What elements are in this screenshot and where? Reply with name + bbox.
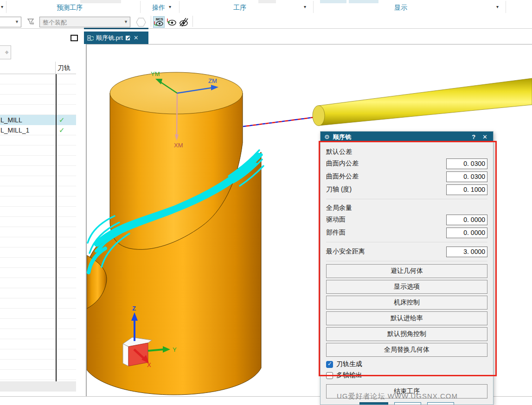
tab-part-file[interactable]: 顺序铣.prt ✕: [84, 32, 148, 44]
part-tab-bar: 顺序铣.prt ✕: [0, 29, 532, 44]
mcs-z-label: ZM: [208, 77, 217, 84]
field-label: 曲面外公差: [326, 172, 446, 181]
ribbon-group-operation[interactable]: 操作: [152, 2, 165, 13]
clipped-ribbon-button: [258, 0, 276, 3]
help-button[interactable]: ?: [470, 133, 477, 140]
table-row[interactable]: L_MILL_1 ✓: [0, 125, 76, 135]
wcs-z-label: Z: [132, 305, 136, 312]
mcs-x-label: XM: [174, 142, 183, 149]
chevron-down-icon: ▼: [124, 19, 128, 24]
assembly-filter-value: 整个装配: [43, 19, 67, 27]
clipped-ribbon-button: [349, 0, 378, 3]
tab-close-icon[interactable]: ✕: [134, 34, 139, 41]
checkbox-row: 刀轨生成: [326, 359, 487, 370]
navigator-header-row: 刀轨: [0, 62, 76, 74]
toolbar-separator: [192, 16, 193, 27]
chevron-down-icon[interactable]: ▾: [169, 4, 171, 9]
min-clearance-input[interactable]: [446, 247, 487, 257]
tab-title: 顺序铣.prt: [96, 34, 123, 42]
clipped-ribbon-button: [320, 0, 346, 3]
ribbon-group-display[interactable]: 显示: [394, 2, 407, 13]
dialog-title: 顺序铣: [333, 133, 467, 141]
gear-icon: ⚙: [324, 133, 330, 140]
chevron-down-icon[interactable]: ▾: [496, 4, 499, 9]
divider: [326, 261, 487, 261]
field-row: 曲面内公差: [326, 157, 487, 170]
group-separator: [179, 1, 179, 13]
navigator-body: L_MILL ✓ L_MILL_1 ✓: [0, 74, 76, 381]
multiaxis-output-checkbox[interactable]: [326, 372, 333, 379]
drive-face-input[interactable]: [446, 215, 487, 225]
end-operation-button[interactable]: 结束工序: [326, 384, 487, 399]
field-label: 部件面: [326, 228, 446, 237]
ribbon-group-predict[interactable]: 预测工序: [46, 2, 93, 13]
section-global-stock: 全局余量: [326, 202, 487, 213]
machine-control-button[interactable]: 机床控制: [326, 296, 487, 310]
close-button[interactable]: ✕: [481, 133, 489, 140]
modified-icon: [125, 35, 131, 41]
assembly-filter-combo[interactable]: 整个装配 ▼: [39, 17, 130, 27]
part-icon: [87, 35, 94, 41]
operation-navigator-table: 刀轨 L_MILL ✓ L_MILL_1 ✓: [0, 62, 76, 392]
default-feedrate-button[interactable]: 默认进给率: [326, 311, 487, 325]
operation-name: L_MILL_1: [0, 125, 29, 135]
part-face-input[interactable]: [446, 228, 487, 238]
operation-navigator-panel: ⌖ 刀轨 L_MILL ✓ L_MILL_1 ✓: [0, 44, 86, 396]
divider: [326, 242, 487, 242]
field-row: 驱动面: [326, 213, 487, 226]
checkbox-label: 多轴输出: [336, 371, 362, 380]
field-label: 驱动面: [326, 215, 446, 224]
field-label: 曲面内公差: [326, 159, 446, 168]
wcs-y-label: Y: [173, 346, 177, 353]
eye-hidden-icon: [178, 17, 189, 27]
display-options-button[interactable]: 显示选项: [326, 280, 487, 294]
dialog-body: 默认公差 曲面内公差 曲面外公差 刀轴 (度) 全局余量 驱动面 部件面 最小安…: [320, 142, 493, 405]
operation-name: L_MILL: [0, 115, 22, 125]
svg-text:MCS: MCS: [156, 18, 163, 21]
field-row: 曲面外公差: [326, 170, 487, 183]
group-separator: [506, 1, 506, 13]
group-separator: [313, 1, 314, 13]
selection-scope-combo[interactable]: ▼: [0, 17, 21, 27]
engage-dashed-line: [243, 117, 318, 127]
selection-filter-icon[interactable]: [27, 18, 35, 26]
intol-input[interactable]: [446, 158, 487, 169]
global-replace-geometry-button[interactable]: 全局替换几何体: [326, 343, 487, 357]
cutting-tool: [313, 78, 532, 126]
field-label: 最小安全距离: [326, 247, 446, 256]
toolpath-generate-checkbox[interactable]: [326, 361, 333, 368]
outtol-input[interactable]: [446, 171, 487, 182]
dialog-title-bar[interactable]: ⚙ 顺序铣 ? ✕: [320, 132, 493, 142]
sequential-mill-dialog: ⚙ 顺序铣 ? ✕ 默认公差 曲面内公差 曲面外公差 刀轴 (度) 全局余量 驱…: [320, 131, 494, 405]
table-row[interactable]: L_MILL ✓: [0, 115, 76, 125]
chevron-down-icon[interactable]: ▾: [304, 4, 306, 9]
section-default-tolerance: 默认公差: [326, 146, 487, 157]
tool-axis-input[interactable]: [446, 184, 487, 195]
mcs-eye-icon: MCS: [154, 17, 164, 27]
eye-icon: [166, 17, 177, 27]
toolpath-ok-icon: ✓: [59, 125, 65, 135]
back-button[interactable]: 返回: [394, 402, 421, 405]
hexagon-icon[interactable]: [135, 17, 147, 27]
ribbon-group-row: ▾ 预测工序 操作 ▾ 工序 ▾ 显示 ▾: [0, 0, 532, 14]
csys-visibility-button[interactable]: [166, 16, 177, 28]
toolbar-separator: [151, 16, 151, 27]
mcs-visibility-button[interactable]: MCS: [153, 16, 165, 28]
float-window-icon[interactable]: [71, 35, 78, 41]
default-corner-button[interactable]: 默认拐角控制: [326, 327, 487, 341]
navigator-footer-row: [0, 381, 76, 392]
checkbox-label: 刀轨生成: [336, 360, 362, 368]
avoid-geometry-button[interactable]: 避让几何体: [326, 264, 487, 278]
group-separator: [6, 1, 6, 13]
checkbox-row: 多轴输出: [326, 370, 487, 381]
chevron-down-icon[interactable]: ▾: [1, 4, 3, 9]
clipped-panel-icon[interactable]: ⌖: [0, 45, 11, 59]
ribbon-group-process[interactable]: 工序: [233, 2, 246, 13]
wcs-x-label: X: [147, 361, 151, 368]
cancel-button[interactable]: 取消: [427, 402, 454, 405]
field-row: 刀轴 (度): [326, 183, 487, 196]
column-divider: [56, 74, 57, 381]
ok-button[interactable]: 确定: [359, 402, 388, 405]
toolpath-column-header[interactable]: 刀轨: [58, 62, 71, 74]
hide-button[interactable]: [178, 16, 189, 28]
